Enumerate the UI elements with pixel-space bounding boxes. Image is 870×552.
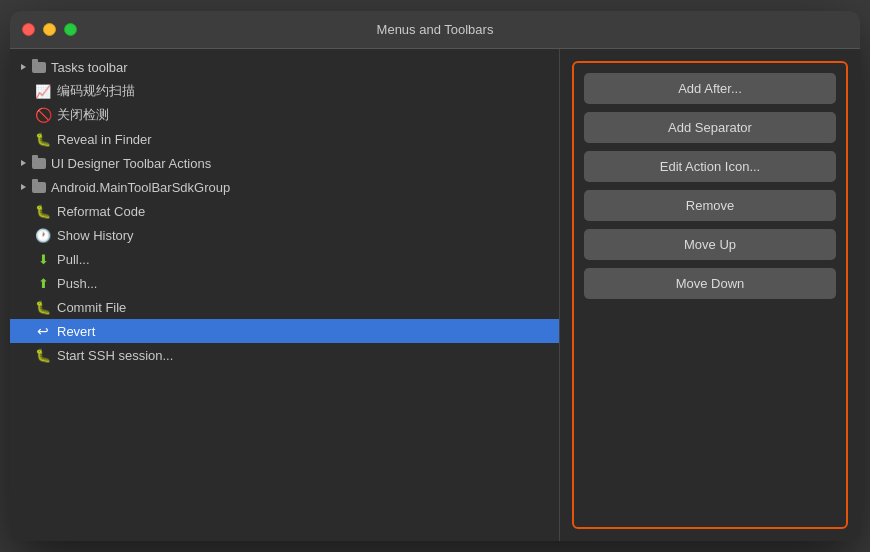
tree-item-start-ssh[interactable]: 🐛 Start SSH session... — [10, 343, 559, 367]
push-icon: ⬆ — [34, 274, 52, 292]
menus-and-toolbars-window: Menus and Toolbars Tasks toolbar 📈 编码规约扫… — [10, 11, 860, 541]
show-history-icon: 🕐 — [34, 226, 52, 244]
reveal-finder-icon: 🐛 — [34, 130, 52, 148]
reformat-code-icon: 🐛 — [34, 202, 52, 220]
tree-item-commit-file[interactable]: 🐛 Commit File — [10, 295, 559, 319]
revert-icon: ↩ — [34, 322, 52, 340]
pull-icon: ⬇ — [34, 250, 52, 268]
remove-button[interactable]: Remove — [584, 190, 836, 221]
title-bar: Menus and Toolbars — [10, 11, 860, 49]
svg-marker-0 — [21, 64, 26, 70]
folder-icon — [32, 62, 46, 73]
tree-item-android-main[interactable]: Android.MainToolBarSdkGroup — [10, 175, 559, 199]
tree-item-label: Reformat Code — [57, 204, 145, 219]
tree-item-label: Revert — [57, 324, 95, 339]
tree-item-label: Pull... — [57, 252, 90, 267]
edit-action-icon-button[interactable]: Edit Action Icon... — [584, 151, 836, 182]
right-panel: Add After... Add Separator Edit Action I… — [560, 49, 860, 541]
arrow-icon — [18, 62, 28, 72]
window-title: Menus and Toolbars — [377, 22, 494, 37]
tree-item-label: 关闭检测 — [57, 106, 109, 124]
tree-item-reformat-code[interactable]: 🐛 Reformat Code — [10, 199, 559, 223]
tree-item-reveal-finder[interactable]: 🐛 Reveal in Finder — [10, 127, 559, 151]
content-area: Tasks toolbar 📈 编码规约扫描 🚫 关闭检测 🐛 Reveal i… — [10, 49, 860, 541]
tree-item-label: Start SSH session... — [57, 348, 173, 363]
tree-item-label: Commit File — [57, 300, 126, 315]
close-detection-icon: 🚫 — [34, 106, 52, 124]
tree-item-label: Tasks toolbar — [51, 60, 128, 75]
tree-item-push[interactable]: ⬆ Push... — [10, 271, 559, 295]
traffic-lights — [22, 23, 77, 36]
tree-item-tasks-toolbar[interactable]: Tasks toolbar — [10, 55, 559, 79]
tree-item-revert[interactable]: ↩ Revert — [10, 319, 559, 343]
coding-scan-icon: 📈 — [34, 82, 52, 100]
folder-icon — [32, 158, 46, 169]
commit-file-icon: 🐛 — [34, 298, 52, 316]
svg-marker-1 — [21, 160, 26, 166]
tree-item-close-detection[interactable]: 🚫 关闭检测 — [10, 103, 559, 127]
tree-item-label: Show History — [57, 228, 134, 243]
add-separator-button[interactable]: Add Separator — [584, 112, 836, 143]
svg-marker-2 — [21, 184, 26, 190]
tree-item-show-history[interactable]: 🕐 Show History — [10, 223, 559, 247]
action-buttons-container: Add After... Add Separator Edit Action I… — [572, 61, 848, 529]
tree-item-label: Reveal in Finder — [57, 132, 152, 147]
arrow-icon — [18, 182, 28, 192]
folder-icon — [32, 182, 46, 193]
move-down-button[interactable]: Move Down — [584, 268, 836, 299]
tree-item-label: 编码规约扫描 — [57, 82, 135, 100]
arrow-icon — [18, 158, 28, 168]
tree-item-coding-scan[interactable]: 📈 编码规约扫描 — [10, 79, 559, 103]
minimize-button[interactable] — [43, 23, 56, 36]
start-ssh-icon: 🐛 — [34, 346, 52, 364]
tree-item-label: Android.MainToolBarSdkGroup — [51, 180, 230, 195]
tree-item-label: Push... — [57, 276, 97, 291]
tree-item-pull[interactable]: ⬇ Pull... — [10, 247, 559, 271]
tree-item-ui-designer[interactable]: UI Designer Toolbar Actions — [10, 151, 559, 175]
tree-item-label: UI Designer Toolbar Actions — [51, 156, 211, 171]
tree-panel[interactable]: Tasks toolbar 📈 编码规约扫描 🚫 关闭检测 🐛 Reveal i… — [10, 49, 560, 541]
add-after-button[interactable]: Add After... — [584, 73, 836, 104]
maximize-button[interactable] — [64, 23, 77, 36]
close-button[interactable] — [22, 23, 35, 36]
move-up-button[interactable]: Move Up — [584, 229, 836, 260]
